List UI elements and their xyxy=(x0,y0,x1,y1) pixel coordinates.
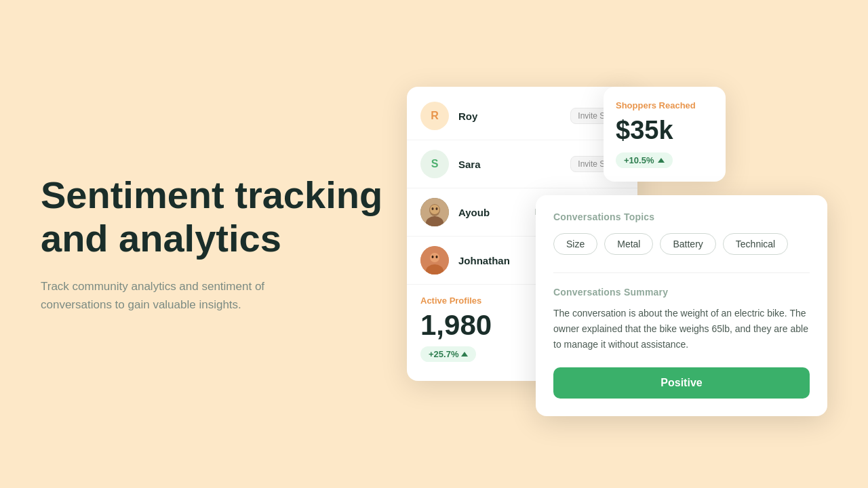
svg-point-3 xyxy=(430,205,439,214)
profile-name-ayoub: Ayoub xyxy=(458,207,523,218)
shoppers-card: Shoppers Reached $35k +10.5% xyxy=(604,87,726,182)
arrow-up-icon xyxy=(461,352,468,357)
svg-point-10 xyxy=(436,256,438,258)
avatar-sara: S xyxy=(420,150,449,178)
active-profiles-growth: +25.7% xyxy=(420,346,476,362)
svg-point-9 xyxy=(432,256,434,258)
shoppers-label: Shoppers Reached xyxy=(616,100,713,110)
topic-battery[interactable]: Battery xyxy=(660,233,715,255)
topic-technical[interactable]: Technical xyxy=(723,233,788,255)
shoppers-growth: +10.5% xyxy=(616,152,673,168)
topic-metal[interactable]: Metal xyxy=(604,233,653,255)
profile-row-roy[interactable]: R Roy Invite Sent xyxy=(407,92,637,140)
profile-row-sara[interactable]: S Sara Invite Sent xyxy=(407,140,637,188)
conversations-card: Conversations Topics Size Metal Battery … xyxy=(536,195,827,416)
svg-point-4 xyxy=(432,207,434,210)
avatar-johnathan xyxy=(420,246,449,274)
positive-button[interactable]: Positive xyxy=(553,367,810,399)
profile-name-roy: Roy xyxy=(458,110,561,122)
avatar-roy: R xyxy=(420,102,449,130)
conversations-summary-text: The conversation is about the weight of … xyxy=(553,306,810,352)
topics-row: Size Metal Battery Technical xyxy=(553,233,810,255)
shoppers-amount: $35k xyxy=(616,117,713,143)
profile-name-sara: Sara xyxy=(458,159,561,170)
hero-section: Sentiment tracking and analytics Track c… xyxy=(41,174,393,314)
conversations-summary-title: Conversations Summary xyxy=(553,287,810,298)
shoppers-arrow-up-icon xyxy=(658,158,665,163)
hero-subtext: Track community analytics and sentiment … xyxy=(41,277,326,314)
svg-point-7 xyxy=(430,253,439,262)
ui-demo-area: R Roy Invite Sent S Sara Invite Sent xyxy=(380,0,868,488)
main-heading: Sentiment tracking and analytics xyxy=(41,174,393,261)
conversations-topics-title: Conversations Topics xyxy=(553,211,810,222)
svg-point-5 xyxy=(436,207,438,210)
avatar-ayoub xyxy=(420,198,449,226)
divider xyxy=(553,272,810,273)
topic-size[interactable]: Size xyxy=(553,233,597,255)
